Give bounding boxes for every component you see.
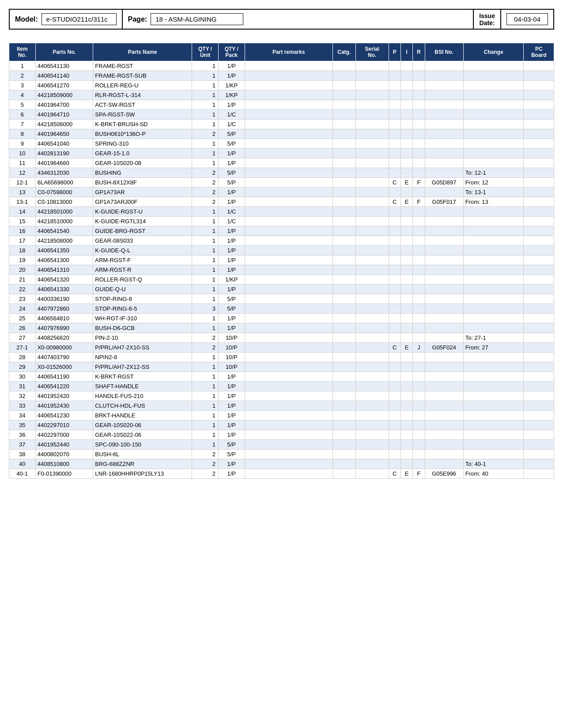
cell-r	[413, 401, 425, 411]
cell-p	[389, 430, 401, 440]
cell-p	[389, 382, 401, 391]
cell-r	[413, 285, 425, 294]
cell-r	[413, 120, 425, 129]
table-row: 404408510800BRG-688ZZNR21/PTo: 40-1	[9, 459, 554, 469]
cell-qty-pack: 1/P	[218, 158, 245, 168]
cell-pc-board	[524, 207, 554, 217]
cell-parts-name: GEAR-10S020-08	[93, 158, 192, 168]
cell-remarks	[245, 188, 333, 197]
table-row: 314406541220SHAFT-HANDLE11/P	[9, 382, 554, 391]
cell-bsi-no	[425, 207, 463, 217]
cell-parts-name: BUSH0610*136O-P	[93, 129, 192, 139]
cell-item-no: 12-1	[9, 178, 36, 188]
cell-bsi-no	[425, 110, 463, 120]
cell-serial-no	[355, 207, 389, 217]
cell-qty-pack: 1/KP	[218, 81, 245, 90]
cell-pc-board	[524, 469, 554, 479]
cell-qty-pack: 1/P	[218, 246, 245, 255]
cell-r	[413, 450, 425, 459]
cell-p	[389, 207, 401, 217]
cell-change	[463, 149, 524, 158]
cell-i	[401, 110, 412, 120]
cell-qty-unit: 1	[192, 285, 219, 294]
cell-catg	[333, 411, 355, 420]
cell-qty-pack: 1/P	[218, 314, 245, 323]
cell-remarks	[245, 459, 333, 469]
cell-qty-unit: 1	[192, 100, 219, 110]
cell-qty-unit: 1	[192, 401, 219, 411]
cell-item-no: 29	[9, 362, 36, 372]
cell-pc-board	[524, 411, 554, 420]
cell-i	[401, 304, 412, 314]
cell-parts-name: WH-RGT-IF-310	[93, 314, 192, 323]
cell-catg	[333, 158, 355, 168]
cell-catg	[333, 469, 355, 479]
cell-qty-unit: 1	[192, 90, 219, 100]
cell-r	[413, 236, 425, 246]
cell-parts-no: C0-07598000	[35, 188, 93, 197]
cell-parts-no: 4401964660	[35, 158, 93, 168]
cell-parts-name: K-GUIDE-RGST-U	[93, 207, 192, 217]
cell-serial-no	[355, 323, 389, 333]
cell-remarks	[245, 236, 333, 246]
cell-change	[463, 420, 524, 430]
model-section: Model: e-STUDIO211c/311c	[10, 10, 123, 29]
cell-p	[389, 61, 401, 71]
cell-change: To: 13-1	[463, 188, 524, 197]
cell-i	[401, 430, 412, 440]
cell-pc-board	[524, 459, 554, 469]
cell-p	[389, 110, 401, 120]
cell-qty-pack: 1/P	[218, 469, 245, 479]
cell-item-no: 26	[9, 323, 36, 333]
cell-bsi-no: G05F024	[425, 343, 463, 353]
table-row: 364402297000GEAR-10S022-0611/P	[9, 430, 554, 440]
cell-parts-name: SPRING-310	[93, 139, 192, 149]
cell-i	[401, 265, 412, 275]
cell-pc-board	[524, 285, 554, 294]
cell-i	[401, 226, 412, 236]
cell-parts-no: 4401964700	[35, 100, 93, 110]
cell-p	[389, 304, 401, 314]
cell-i	[401, 217, 412, 226]
cell-r	[413, 246, 425, 255]
table-row: 13-1C0-10813000GP1A73ARJ00F21/PCEFG05F01…	[9, 197, 554, 207]
cell-item-no: 4	[9, 90, 36, 100]
table-row: 14406541130FRAME-RGST11/P	[9, 61, 554, 71]
cell-p	[389, 401, 401, 411]
cell-remarks	[245, 333, 333, 343]
table-row: 344406541230BRKT-HANDLE11/P	[9, 411, 554, 420]
cell-serial-no	[355, 217, 389, 226]
cell-qty-pack: 1/P	[218, 401, 245, 411]
cell-remarks	[245, 158, 333, 168]
cell-catg	[333, 129, 355, 139]
cell-i	[401, 100, 412, 110]
cell-serial-no	[355, 391, 389, 401]
cell-pc-board	[524, 430, 554, 440]
cell-serial-no	[355, 304, 389, 314]
cell-p	[389, 294, 401, 304]
cell-pc-board	[524, 90, 554, 100]
cell-catg	[333, 420, 355, 430]
cell-qty-unit: 1	[192, 323, 219, 333]
cell-remarks	[245, 323, 333, 333]
cell-parts-no: 4402813190	[35, 149, 93, 158]
cell-bsi-no	[425, 285, 463, 294]
table-row: 27-1X0-00980000P/PRL/AH7-2X10-SS210/PCEJ…	[9, 343, 554, 353]
cell-pc-board	[524, 372, 554, 382]
cell-r	[413, 90, 425, 100]
cell-item-no: 40	[9, 459, 36, 469]
cell-catg	[333, 362, 355, 372]
cell-serial-no	[355, 129, 389, 139]
cell-p: C	[389, 343, 401, 353]
cell-parts-name: K-GUIDE-RGTL314	[93, 217, 192, 226]
cell-bsi-no	[425, 353, 463, 362]
col-header-catg: Catg.	[333, 43, 355, 61]
cell-change	[463, 217, 524, 226]
cell-parts-name: BRKT-HANDLE	[93, 411, 192, 420]
cell-parts-name: K-BRKT-BRUSH-SD	[93, 120, 192, 129]
cell-qty-pack: 1/P	[218, 323, 245, 333]
cell-i	[401, 120, 412, 129]
cell-parts-name: ACT-SW-RGST	[93, 100, 192, 110]
cell-qty-unit: 1	[192, 265, 219, 275]
cell-bsi-no	[425, 362, 463, 372]
